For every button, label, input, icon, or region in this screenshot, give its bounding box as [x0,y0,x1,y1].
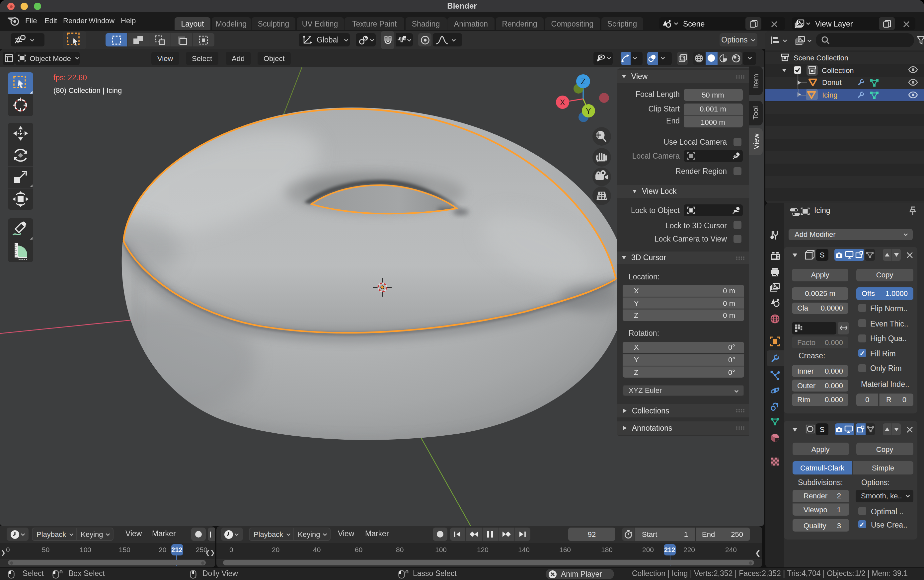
svg-text:Y: Y [586,107,591,115]
svg-text:X: X [560,98,565,107]
svg-text:Z: Z [581,77,586,86]
